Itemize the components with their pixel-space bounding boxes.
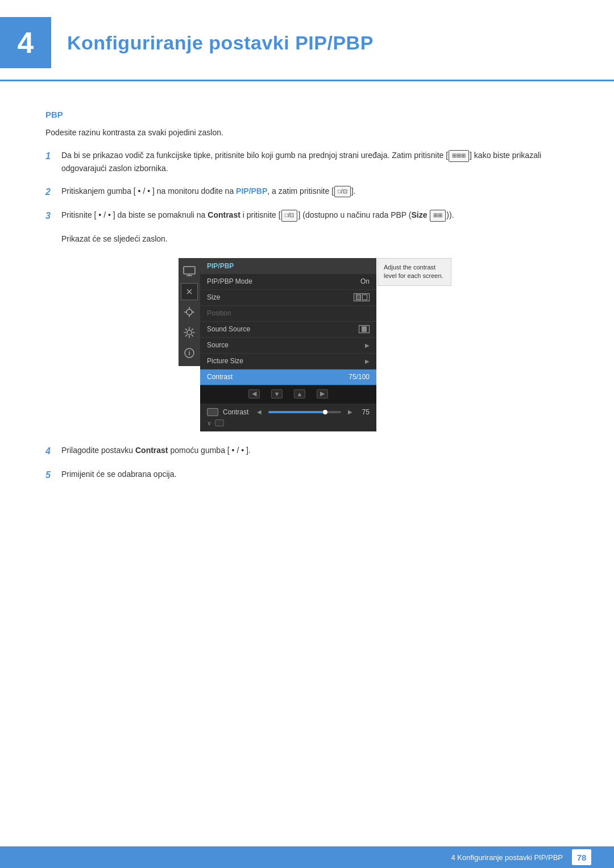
menu-value-size (354, 293, 370, 302)
step-text-2: Pritiskanjem gumba [ • / • ] na monitoru… (61, 185, 569, 198)
slider-area: Contrast ◀ ▶ 75 ∨ (200, 402, 376, 431)
main-content: PBP Podesite razinu kontrasta za svaki p… (0, 81, 614, 526)
menu-row-source: Source ▶ (200, 338, 376, 354)
slider-label: Contrast (223, 408, 252, 416)
screenshot-container: i PIP/PBP PIP/PBP Mode On Size (179, 258, 451, 431)
step-number-4: 4 (45, 444, 61, 459)
svg-text:i: i (188, 350, 190, 356)
menu-label-pip-mode: PIP/PBP Mode (207, 277, 360, 285)
contrast-bold-blue: Contrast (135, 446, 168, 455)
menu-nav-bar: ◀ ▼ ▲ ▶ (200, 385, 376, 402)
step-number-5: 5 (45, 468, 61, 483)
menu-label-contrast: Contrast (207, 373, 349, 381)
menu-header: PIP/PBP (200, 258, 376, 274)
menu-row-contrast: Contrast 75/100 (200, 369, 376, 385)
menu-label-picture-size: Picture Size (207, 357, 365, 365)
chapter-banner: 4 Konfiguriranje postavki PIP/PBP (0, 0, 614, 81)
steps-after-list: 4 Prilagodite postavku Contrast pomoću g… (45, 444, 569, 483)
pip-pbp-highlight: PIP/PBP (236, 186, 267, 196)
chapter-title: Konfiguriranje postavki PIP/PBP (67, 32, 374, 54)
menu-label-sound: Sound Source (207, 325, 359, 333)
slider-value: 75 (357, 408, 370, 416)
page-number: 78 (572, 849, 591, 865)
menu-row-position: Position (200, 306, 376, 322)
slider-arrow-right: ▶ (348, 409, 352, 415)
chevron-down-icon: ∨ (207, 420, 211, 427)
menu-row-pip-mode: PIP/PBP Mode On (200, 274, 376, 290)
slider-fill (268, 411, 323, 413)
nav-btn-up: ▲ (294, 389, 305, 398)
page-footer: 4 Konfiguriranje postavki PIP/PBP 78 (0, 846, 614, 868)
nav-btn-right: ▶ (317, 389, 328, 398)
menu-value-picture-size: ▶ (365, 358, 370, 364)
kbd-size-icon: ⊞⊞ (430, 210, 446, 222)
menu-row-sound: Sound Source (200, 322, 376, 338)
screenshot-wrapper: i PIP/PBP PIP/PBP Mode On Size (61, 258, 569, 431)
slider-label-icon (207, 408, 218, 416)
side-icons-panel: i (179, 258, 200, 366)
kbd-menu-icon: ⊞⊞⊞ (449, 150, 469, 162)
menu-value-sound (359, 325, 370, 334)
step-2: 2 Pritiskanjem gumba [ • / • ] na monito… (45, 185, 569, 200)
step-text-5: Primijenit će se odabrana opcija. (61, 468, 569, 481)
menu-label-source: Source (207, 341, 365, 349)
menu-value-source: ▶ (365, 342, 370, 348)
steps-list: 1 Da bi se prikazao vodič za funkcijske … (45, 149, 569, 223)
step-3: 3 Pritisnite [ • / • ] da biste se pomak… (45, 209, 569, 223)
x-icon (181, 283, 198, 300)
slider-thumb (323, 410, 327, 414)
step-text-4: Prilagodite postavku Contrast pomoću gum… (61, 444, 569, 457)
menu-panel-wrapper: PIP/PBP PIP/PBP Mode On Size (200, 258, 376, 431)
intro-text: Podesite razinu kontrasta za svaki pojed… (45, 126, 569, 139)
step-text-1: Da bi se prikazao vodič za funkcijske ti… (61, 149, 569, 175)
svg-point-5 (186, 309, 192, 315)
nav-btn-down: ▼ (271, 389, 283, 398)
nav-btn-left: ◀ (248, 389, 260, 398)
sub-icon (215, 420, 224, 426)
screenshot-note: Prikazat će se sljedeći zaslon. (61, 232, 569, 245)
step-number-1: 1 (45, 149, 61, 164)
slider-track (268, 411, 341, 413)
step-5: 5 Primijenit će se odabrana opcija. (45, 468, 569, 483)
kbd-enter-icon: □/⊡ (334, 186, 351, 198)
section-heading: PBP (45, 110, 569, 119)
menu-label-size: Size (207, 293, 354, 301)
step-4: 4 Prilagodite postavku Contrast pomoću g… (45, 444, 569, 459)
menu-value-contrast: 75/100 (349, 373, 370, 381)
svg-point-10 (187, 330, 192, 335)
gear-icon (181, 324, 198, 341)
menu-row-picture-size: Picture Size ▶ (200, 354, 376, 369)
info-icon: i (181, 344, 198, 362)
step-text-3: Pritisnite [ • / • ] da biste se pomaknu… (61, 209, 569, 222)
menu-label-position: Position (207, 309, 370, 317)
step-number-2: 2 (45, 185, 61, 200)
crosshair-icon (181, 304, 198, 321)
size-bold: Size (411, 210, 427, 219)
step-1: 1 Da bi se prikazao vodič za funkcijske … (45, 149, 569, 175)
svg-rect-0 (184, 267, 195, 274)
monitor-icon (181, 263, 198, 280)
step-number-3: 3 (45, 209, 61, 223)
menu-panel: PIP/PBP PIP/PBP Mode On Size (200, 258, 376, 431)
menu-value-pip-mode: On (360, 277, 370, 285)
slider-arrow-left: ◀ (257, 409, 262, 415)
contrast-bold: Contrast (208, 210, 240, 219)
footer-text: 4 Konfiguriranje postavki PIP/PBP (451, 853, 563, 862)
chapter-number: 4 (0, 17, 51, 68)
slider-row: Contrast ◀ ▶ 75 (207, 408, 370, 416)
menu-row-size: Size (200, 290, 376, 306)
kbd-enter-icon-2: □/⊡ (281, 210, 298, 222)
slider-sub-row: ∨ (207, 420, 370, 427)
tooltip-box: Adjust the contrast level for each scree… (377, 258, 451, 286)
